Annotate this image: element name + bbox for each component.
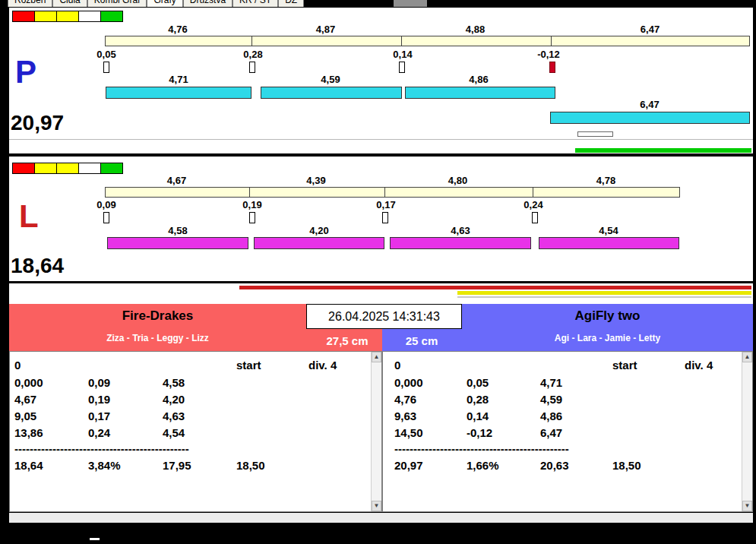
result-cell: 0,19: [88, 393, 110, 406]
standard-time: 18,50: [236, 459, 265, 472]
scroll-down-button[interactable]: ▼: [372, 501, 381, 511]
total-time: 18,64: [14, 459, 43, 472]
run-time-label: 4,86: [456, 74, 501, 85]
tab-cidla[interactable]: Cidla: [52, 0, 87, 7]
result-cell: 6,47: [540, 426, 562, 439]
segment-time-label: 4,80: [384, 175, 532, 186]
result-cell: 0,000: [394, 376, 423, 389]
status-light-yellow: [56, 11, 79, 22]
status-light-red: [12, 163, 35, 174]
segment-tick: [533, 188, 533, 197]
result-cell: 0,14: [467, 410, 489, 422]
team-left-results: 0 start div. 4 0,000 0,09 4,58 4,67 0,19…: [9, 351, 382, 512]
progress-stripe-red: [239, 286, 751, 289]
status-light-green: [100, 11, 123, 22]
app-window: Rozbeh Cidla Kombi Graf Grafy Družstvá K…: [0, 0, 756, 544]
run-time-bar: [106, 87, 251, 99]
run-time-label: 4,58: [155, 225, 201, 236]
segment-tick: [251, 36, 252, 46]
team-left-members: Ziza - Tria - Leggy - Lizz: [9, 333, 306, 343]
scroll-down-button[interactable]: ▼: [742, 501, 752, 511]
lane-l-total-time: 18,64: [11, 255, 64, 277]
tab-grafy[interactable]: Grafy: [147, 0, 182, 7]
run-time-bar: [254, 237, 384, 249]
result-cell: 4,63: [163, 410, 185, 422]
tab-kombi-graf[interactable]: Kombi Graf: [87, 0, 147, 7]
result-cell: -0,12: [467, 426, 492, 439]
run-time-bar: [390, 237, 531, 249]
exchange-time-label: 0,05: [85, 49, 128, 60]
exchange-time-label: 0,17: [365, 199, 407, 210]
vertical-scrollbar[interactable]: ▲ ▼: [742, 352, 752, 511]
result-cell: 4,54: [163, 426, 185, 439]
progress-stripe-yellow: [457, 291, 751, 295]
exchange-marker: [532, 212, 538, 223]
result-cell: 0,28: [467, 393, 489, 406]
result-cell: 4,20: [163, 393, 185, 406]
lane-p-status-lights: [12, 11, 123, 22]
result-cell: 0: [14, 359, 21, 372]
datetime-display: 26.04.2025 14:31:43: [306, 304, 462, 329]
scroll-up-button[interactable]: ▲: [372, 352, 381, 362]
team-right-results: 0 start div. 4 0,000 0,05 4,71 4,76 0,28…: [382, 351, 753, 512]
team-right-name: AgiFly two: [462, 308, 753, 324]
segment-track-bar: [105, 187, 680, 198]
segment-tick: [384, 188, 385, 197]
run-time-label: 4,20: [296, 225, 342, 236]
net-time: 20,63: [540, 459, 569, 472]
scroll-down-icon: ▼: [745, 502, 751, 509]
team-left-jump-height: 27,5 cm: [313, 334, 381, 347]
segment-tick: [401, 36, 402, 46]
vertical-scrollbar[interactable]: ▲ ▼: [371, 352, 381, 511]
standard-time: 18,50: [612, 459, 641, 472]
result-cell: 0,17: [88, 410, 110, 422]
bottom-dash: [90, 538, 100, 540]
scroll-up-icon: ▲: [745, 353, 751, 360]
exchange-marker: [103, 62, 109, 73]
total-percent: 3,84%: [88, 459, 121, 472]
lane-l-status-lights: [12, 163, 123, 174]
lane-l-letter: L: [19, 201, 39, 232]
run-time-bar: [405, 87, 555, 99]
status-light-empty: [78, 11, 101, 22]
segment-track-bar: [105, 36, 750, 46]
net-time: 17,95: [163, 459, 191, 472]
tab-strip: Rozbeh Cidla Kombi Graf Grafy Družstvá K…: [8, 0, 395, 7]
status-light-yellow: [34, 11, 57, 22]
segment-time-label: 4,87: [251, 24, 400, 35]
team-left-name: Fire-Drakes: [9, 308, 306, 324]
segment-tick: [249, 188, 250, 197]
exchange-marker: [249, 62, 255, 73]
result-cell: 0: [394, 359, 400, 372]
tab-rozbeh[interactable]: Rozbeh: [8, 0, 52, 7]
scroll-up-button[interactable]: ▲: [742, 352, 752, 362]
segment-time-label: 4,39: [248, 175, 384, 186]
exchange-marker: [103, 212, 109, 223]
result-cell: 0,000: [14, 376, 43, 389]
run-time-label: 4,59: [308, 74, 353, 85]
lane-p-total-time: 20,97: [11, 112, 64, 134]
result-cell: 4,76: [394, 393, 416, 406]
result-cell: 4,71: [540, 376, 562, 389]
run-time-label: 4,63: [438, 225, 483, 236]
exchange-time-label: 0,09: [85, 199, 128, 210]
status-light-yellow: [56, 163, 79, 174]
status-light-green: [100, 163, 123, 174]
results-separator: ----------------------------------------…: [14, 442, 229, 455]
segment-time-label: 4,67: [105, 175, 248, 186]
tab-kr-st[interactable]: KR / ST: [232, 0, 278, 7]
run-time-bar: [539, 237, 679, 249]
tab-dz[interactable]: DZ: [278, 0, 304, 7]
result-cell: 0,09: [88, 376, 110, 389]
current-run-time-bar: [550, 112, 750, 124]
exchange-marker: [399, 62, 405, 73]
division-label: div. 4: [308, 359, 337, 372]
progress-stripe-gray: [457, 296, 751, 298]
tab-druzstva[interactable]: Družstvá: [183, 0, 232, 7]
exchange-time-label: 0,19: [231, 199, 274, 210]
progress-bar-green: [575, 148, 751, 153]
segment-tick: [551, 36, 552, 46]
division-label: div. 4: [685, 359, 713, 372]
result-cell: 9,05: [14, 410, 36, 422]
scroll-down-icon: ▼: [374, 502, 380, 509]
